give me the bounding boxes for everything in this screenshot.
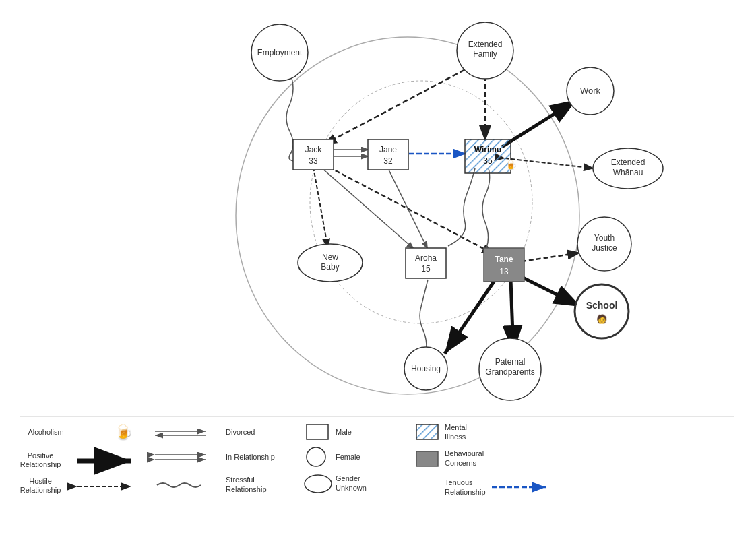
jane-age: 32 <box>383 156 393 166</box>
tane-housing-line <box>445 280 495 354</box>
legend-beer-icon: 🍺 <box>115 423 133 441</box>
ext-whanau-label1: Extended <box>611 158 645 167</box>
legend-mental-illness-label2: Illness <box>445 433 466 441</box>
new-baby-label2: Baby <box>321 262 339 272</box>
aroha-housing-wavy <box>420 280 428 352</box>
inner-circle <box>310 81 532 323</box>
legend-positive-label2: Relationship <box>20 460 61 468</box>
ext-family-jack-line <box>323 66 472 145</box>
tane-school-line <box>517 275 581 307</box>
wirimu-ext-whanau-line <box>505 158 594 168</box>
ext-whanau-label2: Whānau <box>613 168 643 177</box>
legend-wavy-line <box>157 483 201 487</box>
legend-inrel-label: In Relationship <box>226 453 275 461</box>
legend-alcoholism-label: Alcoholism <box>28 428 63 436</box>
aroha-label: Aroha <box>415 253 437 263</box>
legend-tenuous-label: Tenuous <box>445 478 473 486</box>
legend-gender-unknown-shape <box>305 475 332 493</box>
legend-female-label: Female <box>336 453 360 461</box>
legend-mental-illness-shape <box>416 424 438 439</box>
jack-aroha-line <box>321 167 414 249</box>
tane-node <box>484 248 524 282</box>
jack-label: Jack <box>305 145 323 154</box>
legend-mental-illness-label: Mental <box>445 423 467 431</box>
legend-gender-unknown-label: Gender <box>336 474 360 482</box>
beer-icon-wirimu: 🍺 <box>505 160 517 171</box>
wirimu-age: 35 <box>483 156 493 166</box>
jack-age: 33 <box>309 156 318 166</box>
jane-aroha-line <box>387 167 428 249</box>
extended-family-label: Extended <box>468 40 503 49</box>
legend-hostile-label: Hostile <box>29 477 52 485</box>
new-baby-label1: New <box>322 253 338 262</box>
legend-behavioural-label2: Concerns <box>445 459 477 467</box>
paternal-grandparents-label2: Grandparents <box>485 367 534 377</box>
legend-gender-unknown-label2: Unknown <box>336 484 367 492</box>
tane-label: Tane <box>495 255 513 264</box>
legend-behavioural-shape <box>416 451 438 466</box>
legend-stressful-label2: Relationship <box>226 485 267 493</box>
legend-female-shape <box>307 447 325 466</box>
wirimu-work-line <box>502 100 577 147</box>
legend-divorced-label: Divorced <box>226 428 255 436</box>
aroha-node <box>406 248 446 278</box>
wirimu-tane-wavy <box>482 168 490 248</box>
legend-male-shape <box>307 424 328 439</box>
legend-positive-label: Positive <box>28 451 54 460</box>
legend-tenuous-label2: Relationship <box>445 488 486 496</box>
work-label: Work <box>580 86 601 96</box>
aroha-age: 15 <box>421 264 431 274</box>
tane-youth-justice-line <box>522 253 581 261</box>
school-person-icon: 🧑 <box>596 313 608 325</box>
legend-behavioural-label: Behavioural <box>445 449 484 458</box>
jane-label: Jane <box>379 145 397 154</box>
jack-newbaby-line <box>313 167 328 249</box>
legend-hostile-label2: Relationship <box>20 486 61 494</box>
housing-label: Housing <box>411 364 441 373</box>
wirimu-aroha-wavy <box>448 168 475 246</box>
legend-stressful-label: Stressful <box>226 476 255 484</box>
paternal-grandparents-label1: Paternal <box>495 357 526 367</box>
tane-age: 13 <box>499 267 509 276</box>
extended-family-label2: Family <box>473 49 497 59</box>
wirimu-label: Wirimu <box>474 145 502 154</box>
jack-tane-line <box>329 167 495 255</box>
youth-justice-label2: Justice <box>592 243 617 253</box>
school-node <box>575 284 629 338</box>
household-circle <box>236 37 579 394</box>
school-label: School <box>586 300 618 311</box>
youth-justice-label1: Youth <box>594 233 615 243</box>
employment-label: Employment <box>257 48 303 57</box>
legend-male-label: Male <box>336 428 352 436</box>
